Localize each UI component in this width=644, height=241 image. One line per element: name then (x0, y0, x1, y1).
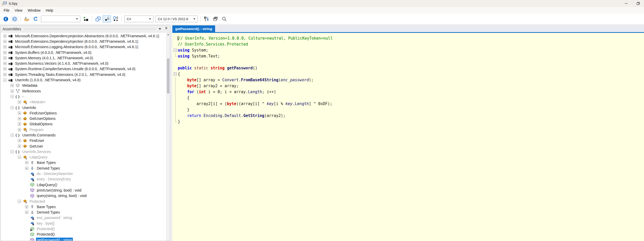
tree-item[interactable]: +System.Runtime.CompilerServices.Unsafe … (1, 66, 166, 72)
fold-toggle-icon[interactable]: − (173, 71, 178, 77)
tree-item[interactable]: +<Module> (1, 99, 166, 105)
expand-icon[interactable]: + (18, 122, 21, 126)
expand-icon[interactable]: + (25, 211, 28, 214)
expand-icon[interactable]: + (3, 40, 6, 43)
back-button[interactable] (2, 15, 10, 23)
collapse-icon[interactable]: − (3, 78, 6, 82)
tree-item[interactable]: +System.Memory (4.0.1.1, .NETFramework, … (1, 55, 166, 61)
fold-toggle-icon[interactable]: − (173, 47, 178, 53)
menu-view[interactable]: View (12, 8, 25, 13)
show-all-api-button[interactable] (111, 15, 120, 23)
expand-icon[interactable]: + (3, 34, 6, 38)
language-version-combo[interactable]: C# 12.0 / VS 2022.8 (155, 16, 198, 22)
expand-icon[interactable]: + (3, 62, 6, 65)
tree-item[interactable]: +Base Types (1, 204, 166, 209)
collapse-icon[interactable]: − (11, 134, 14, 137)
scrollbar-thumb[interactable] (167, 59, 169, 93)
scrollbar-up-arrow-icon[interactable] (166, 33, 170, 36)
tree-item[interactable]: +Metadata (1, 83, 166, 88)
expand-icon[interactable]: + (18, 128, 21, 131)
collapse-icon[interactable]: − (18, 156, 21, 159)
expand-icon[interactable]: + (3, 73, 6, 76)
tree-item[interactable]: −{ }UserInfo.Commands (1, 132, 166, 138)
expand-icon[interactable]: + (18, 145, 21, 148)
tab-getpassword[interactable]: getPassword() : string (172, 25, 215, 32)
tree-item[interactable]: +Derived Types (1, 165, 166, 171)
tree-item[interactable]: +getPassword() : string (1, 237, 166, 241)
restore-button[interactable] (632, 0, 644, 7)
panel-menu-chevron-icon[interactable] (159, 28, 161, 30)
expand-icon[interactable]: + (3, 56, 6, 60)
tree-item[interactable]: +Microsoft.Extensions.DependencyInjectio… (1, 39, 166, 44)
tree-item[interactable]: +Derived Types (1, 210, 166, 215)
tree-item[interactable]: +FindUser (1, 138, 166, 143)
expand-icon[interactable]: + (18, 100, 21, 104)
tree-item[interactable]: −{ }UserInfo (1, 105, 166, 110)
collapse-icon[interactable]: − (18, 200, 21, 203)
minimize-button[interactable] (620, 0, 632, 7)
tree-item[interactable]: +References (1, 88, 166, 94)
assemblies-tree[interactable]: +Microsoft.Extensions.DependencyInjectio… (1, 33, 166, 241)
tree-item[interactable]: +Protected() (1, 226, 166, 231)
expand-icon[interactable]: + (11, 84, 14, 87)
tree-item[interactable]: +System.Threading.Tasks.Extensions (4.2.… (1, 72, 166, 77)
tree-item[interactable]: −LdapQuery (1, 155, 166, 160)
pin-icon[interactable] (164, 27, 168, 32)
tree-item[interactable]: +FindUserOptions (1, 110, 166, 116)
open-file-button[interactable] (23, 15, 31, 23)
sort-assemblies-button[interactable]: AZ (202, 15, 211, 23)
expand-icon[interactable]: + (25, 205, 28, 208)
tree-item[interactable]: +System.Buffers (4.0.3.0, .NETFramework,… (1, 50, 166, 55)
expand-icon[interactable]: + (3, 51, 6, 54)
expand-icon[interactable]: + (11, 90, 14, 93)
tree-item[interactable]: +LdapQuery() (1, 182, 166, 187)
collapse-icon[interactable]: − (11, 150, 14, 153)
search-button[interactable] (220, 15, 228, 23)
update-windows-button[interactable] (211, 15, 220, 23)
manage-assembly-lists-button[interactable] (82, 15, 90, 23)
tree-scrollbar[interactable] (166, 33, 170, 241)
menu-help[interactable]: Help (43, 8, 56, 13)
tree-item[interactable]: −UserInfo (1.0.0.0, .NETFramework, v4.8) (1, 77, 166, 83)
menu-window[interactable]: Window (25, 8, 43, 13)
tree-item[interactable]: +GlobalOptions (1, 121, 166, 127)
forward-button[interactable] (10, 15, 19, 23)
show-internal-api-button[interactable] (103, 15, 111, 23)
tree-item[interactable]: +Microsoft.Extensions.Logging.Abstractio… (1, 44, 166, 50)
expand-icon[interactable]: + (18, 139, 21, 142)
tree-item[interactable]: +System.Numerics.Vectors (4.1.4.0, .NETF… (1, 61, 166, 66)
panel-grip[interactable] (24, 28, 156, 30)
expand-icon[interactable]: + (18, 117, 21, 120)
tree-item[interactable]: −{ }UserInfo.Services (1, 149, 166, 154)
tree-item[interactable]: +enc_password : string (1, 215, 166, 221)
decompiled-code-view[interactable]: // UserInfo, Version=1.0.0.0, Culture=ne… (172, 33, 644, 241)
tree-item[interactable]: +Base Types (1, 160, 166, 165)
expand-icon[interactable]: + (18, 112, 21, 115)
flatten-namespaces-button[interactable] (94, 15, 102, 23)
tree-item[interactable]: +GetUser (1, 143, 166, 149)
tree-item[interactable]: +key : byte[] (1, 221, 166, 226)
tree-item[interactable]: −{ }- (1, 94, 166, 99)
tree-item[interactable]: +GetUserOptions (1, 116, 166, 121)
tree-item-label: - (22, 94, 24, 99)
tree-item[interactable]: +Protected() (1, 232, 166, 237)
panel-splitter[interactable] (170, 25, 172, 241)
namespace-icon: { } (15, 149, 20, 154)
assembly-list-combo[interactable] (41, 16, 80, 22)
expand-icon[interactable]: + (3, 45, 6, 48)
tree-item[interactable]: +Program (1, 127, 166, 132)
refresh-button[interactable] (31, 15, 40, 23)
collapse-icon[interactable]: − (11, 106, 14, 109)
tree-item[interactable]: −Protected (1, 199, 166, 204)
menu-file[interactable]: File (1, 8, 12, 13)
expand-icon[interactable]: + (25, 161, 28, 164)
collapse-icon[interactable]: − (11, 95, 14, 98)
expand-icon[interactable]: + (3, 67, 6, 70)
language-combo[interactable]: C# (124, 16, 153, 22)
tree-item[interactable]: +Microsoft.Extensions.DependencyInjectio… (1, 33, 166, 39)
tree-item[interactable]: +ds : DirectorySearcher (1, 171, 166, 176)
tree-item[interactable]: +printUser(string, bool) : void (1, 187, 166, 193)
expand-icon[interactable]: + (25, 167, 28, 170)
tree-item[interactable]: +entry : DirectoryEntry (1, 177, 166, 182)
tree-item[interactable]: +query(string, string, bool) : void (1, 193, 166, 199)
